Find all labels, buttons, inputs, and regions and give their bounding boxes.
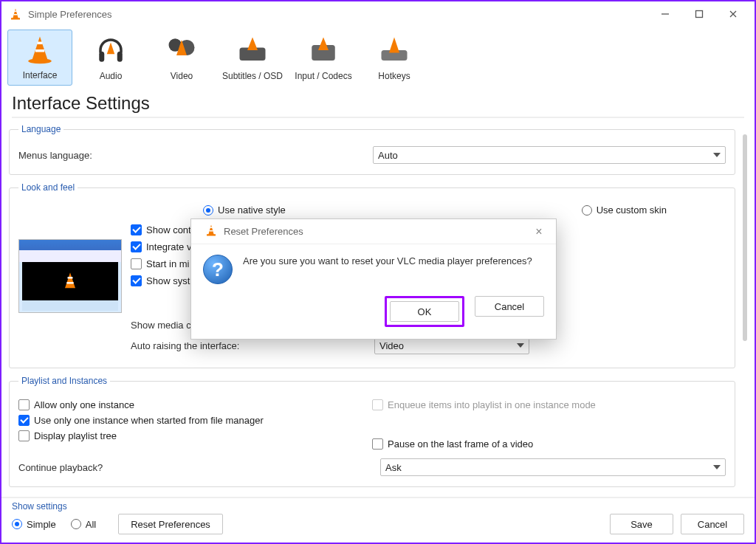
- check-display-tree[interactable]: Display playlist tree: [18, 430, 372, 441]
- svg-marker-24: [65, 272, 75, 288]
- svg-marker-19: [247, 38, 258, 51]
- dialog-cancel-button[interactable]: Cancel: [475, 296, 544, 317]
- dialog-ok-button[interactable]: OK: [390, 301, 459, 322]
- svg-marker-23: [389, 38, 399, 53]
- radio-all[interactable]: All: [71, 519, 96, 530]
- svg-rect-29: [210, 230, 213, 232]
- scrollbar[interactable]: [743, 134, 747, 341]
- svg-rect-1: [15, 11, 17, 13]
- menus-language-select[interactable]: Auto: [373, 146, 726, 164]
- group-language: Language Menus language: Auto: [9, 124, 735, 175]
- check-enqueue: Enqueue items into playlist in one insta…: [372, 399, 726, 410]
- svg-marker-0: [13, 9, 18, 19]
- continue-playback-label: Continue playback?: [18, 462, 380, 473]
- svg-rect-13: [117, 52, 123, 62]
- check-pause-last-frame[interactable]: Pause on the last frame of a video: [372, 438, 726, 450]
- svg-rect-2: [14, 14, 18, 16]
- svg-rect-28: [210, 227, 213, 229]
- svg-rect-30: [207, 234, 216, 235]
- divider: [12, 117, 744, 118]
- codec-icon: [308, 35, 339, 68]
- svg-rect-3: [11, 18, 20, 19]
- hotkey-icon: [379, 35, 410, 68]
- headphones-icon: [95, 35, 126, 68]
- page-title: Interface Settings: [1, 90, 755, 115]
- tab-hotkeys[interactable]: Hotkeys: [362, 30, 427, 86]
- svg-marker-14: [107, 43, 115, 55]
- group-playlist: Playlist and Instances Allow only one in…: [9, 376, 735, 487]
- svg-rect-5: [696, 11, 703, 18]
- auto-raise-label: Auto raising the interface:: [131, 340, 374, 351]
- svg-rect-26: [66, 282, 73, 283]
- subtitle-icon: [237, 35, 268, 68]
- save-button[interactable]: Save: [610, 514, 673, 534]
- window-titlebar: Simple Preferences: [1, 1, 755, 27]
- category-tabs: Interface Audio Video Subtitles / OSD In…: [1, 27, 755, 90]
- reset-preferences-button[interactable]: Reset Preferences: [118, 514, 223, 534]
- continue-playback-select[interactable]: Ask: [380, 458, 726, 476]
- check-one-instance-fm[interactable]: Use only one instance when started from …: [18, 415, 372, 426]
- menus-language-label: Menus language:: [18, 150, 203, 161]
- vlc-cone-icon: [205, 224, 218, 239]
- minimize-button[interactable]: [648, 3, 682, 25]
- svg-marker-8: [32, 37, 48, 61]
- dialog-close-button[interactable]: ×: [528, 225, 550, 238]
- skin-preview-thumbnail: [18, 239, 122, 313]
- show-settings-label: Show settings: [12, 501, 67, 512]
- radio-native-style[interactable]: Use native style: [203, 204, 286, 216]
- check-one-instance[interactable]: Allow only one instance: [18, 399, 372, 410]
- svg-marker-27: [208, 225, 214, 235]
- svg-rect-9: [38, 42, 43, 45]
- dialog-message: Are you sure you want to reset your VLC …: [243, 255, 532, 284]
- svg-point-11: [28, 58, 52, 63]
- group-legend: Playlist and Instances: [18, 376, 110, 386]
- svg-rect-25: [68, 277, 73, 278]
- tab-label: Hotkeys: [302, 71, 487, 81]
- film-icon: [166, 35, 197, 68]
- svg-rect-12: [99, 52, 104, 62]
- window-title: Simple Preferences: [28, 9, 111, 20]
- svg-marker-21: [318, 38, 329, 51]
- footer: Show settings Simple All Reset Preferenc…: [1, 497, 755, 543]
- ok-button-highlight: OK: [385, 296, 464, 327]
- close-button[interactable]: [716, 3, 750, 25]
- radio-custom-skin[interactable]: Use custom skin: [582, 204, 667, 216]
- dialog-titlebar: Reset Preferences ×: [191, 219, 556, 244]
- radio-simple[interactable]: Simple: [12, 519, 56, 530]
- vlc-cone-icon: [9, 7, 22, 21]
- svg-rect-10: [35, 49, 44, 52]
- group-legend: Language: [18, 124, 63, 134]
- cone-icon: [24, 34, 55, 67]
- cancel-button[interactable]: Cancel: [681, 514, 744, 534]
- reset-preferences-dialog: Reset Preferences × ? Are you sure you w…: [190, 218, 557, 340]
- question-icon: ?: [203, 255, 233, 284]
- group-legend: Look and feel: [18, 182, 78, 193]
- maximize-button[interactable]: [682, 3, 716, 25]
- dialog-title: Reset Preferences: [224, 226, 303, 237]
